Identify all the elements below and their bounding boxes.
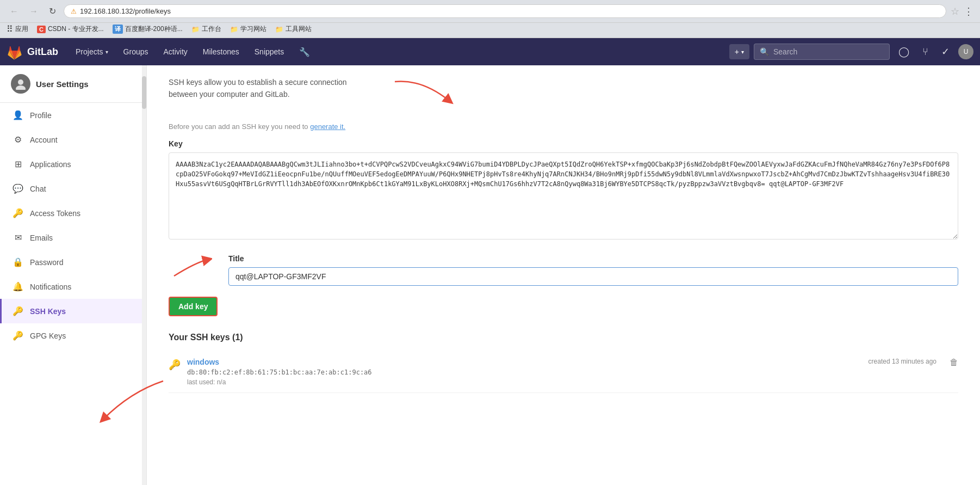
sidebar-item-label: Access Tokens (30, 209, 80, 218)
main-layout: User Settings 👤 Profile ⚙ Account ⊞ Appl… (0, 65, 980, 485)
key-fingerprint: db:80:fb:c2:ef:8b:61:75:b1:bc:aa:7e:ab:c… (187, 369, 862, 376)
bookmark-star-icon[interactable]: ☆ (951, 5, 959, 17)
generate-link[interactable]: generate it. (310, 122, 345, 131)
bookmarks-bar: ⠿ 应用 C CSDN - 专业开发... 译 百度翻译-200种语... 📁 … (0, 23, 980, 38)
sidebar-item-emails[interactable]: ✉ Emails (0, 225, 146, 250)
gitlab-navbar: GitLab Projects ▾ Groups Activity Milest… (0, 38, 980, 65)
key-delete-button[interactable]: 🗑 (950, 358, 958, 367)
add-key-section: Add key (169, 297, 958, 316)
browser-chrome: ← → ↻ ⚠ 192.168.180.132/profile/keys ☆ ⋮ (0, 0, 980, 23)
sidebar-item-chat[interactable]: 💬 Chat (0, 176, 146, 201)
sidebar-scroll-thumb[interactable] (142, 76, 146, 109)
applications-icon: ⊞ (13, 159, 23, 169)
bookmark-csdn[interactable]: C CSDN - 专业开发... (37, 24, 104, 34)
lock-icon: ⚠ (71, 8, 77, 15)
sidebar: User Settings 👤 Profile ⚙ Account ⊞ Appl… (0, 65, 147, 485)
sidebar-header: User Settings (0, 65, 146, 103)
red-arrow-svg-2 (169, 254, 212, 281)
sidebar-item-access-tokens[interactable]: 🔑 Access Tokens (0, 201, 146, 225)
password-icon: 🔒 (13, 257, 23, 267)
sidebar-item-password[interactable]: 🔒 Password (0, 250, 146, 274)
search-box[interactable]: 🔍 (754, 44, 890, 60)
sidebar-item-label: GPG Keys (30, 331, 66, 340)
key-item-icon: 🔑 (169, 359, 181, 371)
gitlab-logo[interactable]: GitLab (7, 44, 58, 60)
gitlab-logo-text: GitLab (27, 46, 58, 58)
ssh-key-item: 🔑 windows db:80:fb:c2:ef:8b:61:75:b1:bc:… (169, 351, 958, 393)
search-icon: 🔍 (760, 47, 769, 56)
ssh-keys-section: Your SSH keys (1) 🔑 windows db:80:fb:c2:… (169, 333, 958, 393)
nav-projects[interactable]: Projects ▾ (69, 43, 115, 60)
sidebar-item-label: Account (30, 136, 58, 144)
nav-user-avatar[interactable]: U (958, 44, 973, 59)
nav-wrench-icon[interactable]: 🔧 (293, 42, 317, 62)
ssh-keys-icon: 🔑 (13, 306, 23, 316)
sidebar-item-gpg-keys[interactable]: 🔑 GPG Keys (0, 323, 146, 348)
bookmark-baidu[interactable]: 译 百度翻译-200种语... (113, 24, 183, 34)
nav-todo-icon[interactable]: ◯ (894, 41, 914, 62)
key-info: windows db:80:fb:c2:ef:8b:61:75:b1:bc:aa… (187, 358, 862, 386)
svg-point-1 (16, 85, 26, 90)
sidebar-title: User Settings (36, 79, 89, 89)
avatar (11, 74, 30, 94)
sidebar-item-label: Password (30, 258, 63, 267)
arrow-annotation-1 (389, 76, 455, 110)
plus-dropdown-icon: ▾ (741, 49, 744, 55)
nav-right-section: + ▾ 🔍 ◯ ⑂ ✓ U (729, 41, 973, 62)
emails-icon: ✉ (13, 232, 23, 243)
arrow-annotation-2 (169, 254, 212, 283)
bookmark-tools[interactable]: 📁 工具网站 (275, 24, 312, 34)
red-arrow-svg-1 (389, 76, 455, 109)
address-bar[interactable]: ⚠ 192.168.180.132/profile/keys (64, 4, 946, 18)
key-created-time: created 13 minutes ago (869, 358, 936, 365)
back-button[interactable]: ← (7, 5, 22, 17)
nav-issues-icon[interactable]: ✓ (937, 41, 954, 62)
title-input[interactable] (228, 267, 958, 286)
nav-merge-requests-icon[interactable]: ⑂ (918, 42, 933, 62)
key-last-used: last used: n/a (187, 378, 862, 386)
chat-icon: 💬 (13, 183, 23, 194)
profile-icon: 👤 (13, 110, 23, 120)
menu-dots-icon[interactable]: ⋮ (964, 5, 973, 17)
sidebar-item-label: Emails (30, 234, 53, 242)
sidebar-item-account[interactable]: ⚙ Account (0, 127, 146, 152)
forward-button[interactable]: → (26, 5, 41, 17)
sidebar-item-label: Chat (30, 185, 46, 193)
sidebar-item-label: Applications (30, 160, 71, 169)
before-generate-text: Before you can add an SSH key you need t… (169, 122, 958, 131)
bookmark-study[interactable]: 📁 学习网站 (230, 24, 266, 34)
reload-button[interactable]: ↻ (46, 5, 59, 17)
new-item-button[interactable]: + ▾ (729, 44, 749, 59)
key-label: Key (169, 139, 958, 148)
key-section: Key (169, 139, 958, 241)
url-text: 192.168.180.132/profile/keys (80, 7, 171, 15)
nav-milestones[interactable]: Milestones (196, 43, 246, 60)
sidebar-item-label: Profile (30, 111, 52, 120)
sidebar-scrollbar[interactable] (142, 65, 146, 485)
add-key-button[interactable]: Add key (169, 297, 218, 316)
nav-snippets[interactable]: Snippets (248, 43, 290, 60)
sidebar-item-profile[interactable]: 👤 Profile (0, 103, 146, 127)
key-textarea[interactable] (169, 152, 958, 240)
ssh-keys-title: Your SSH keys (1) (169, 333, 958, 342)
svg-point-0 (18, 79, 23, 85)
sidebar-item-ssh-keys[interactable]: 🔑 SSH Keys (0, 299, 146, 323)
primary-nav-items: Projects ▾ Groups Activity Milestones Sn… (69, 42, 317, 62)
bookmark-workspace[interactable]: 📁 工作台 (191, 24, 221, 34)
title-field-container: Title (228, 254, 958, 286)
nav-groups[interactable]: Groups (117, 43, 155, 60)
plus-icon: + (735, 47, 739, 56)
sidebar-item-label: SSH Keys (30, 307, 66, 316)
main-content: SSH keys allow you to establish a secure… (147, 65, 980, 485)
gitlab-logo-svg (7, 44, 23, 60)
key-name[interactable]: windows (187, 358, 862, 366)
sidebar-item-applications[interactable]: ⊞ Applications (0, 152, 146, 176)
notifications-icon: 🔔 (13, 281, 23, 292)
search-input[interactable] (773, 47, 884, 56)
sidebar-item-notifications[interactable]: 🔔 Notifications (0, 274, 146, 299)
access-tokens-icon: 🔑 (13, 208, 23, 218)
nav-activity[interactable]: Activity (157, 43, 194, 60)
bookmark-apps[interactable]: ⠿ 应用 (7, 24, 28, 34)
title-section-wrapper: Title (169, 254, 958, 286)
dropdown-arrow-icon: ▾ (106, 49, 108, 55)
